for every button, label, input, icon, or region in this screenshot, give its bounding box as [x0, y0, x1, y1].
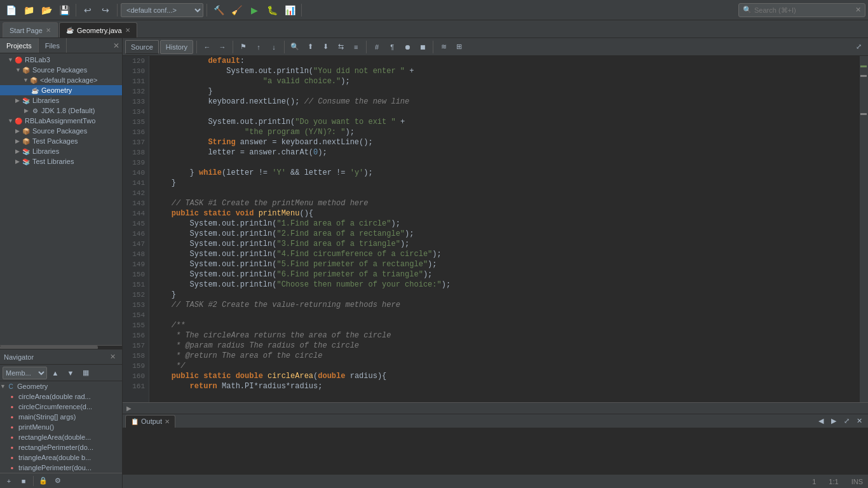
nav-member-label-2: circleCircumference(d... — [18, 403, 92, 410]
et-sep3 — [284, 41, 285, 53]
et-sep1 — [196, 41, 197, 53]
panel-close-btn[interactable]: ✕ — [111, 38, 122, 53]
toggle-linenums-btn[interactable]: # — [370, 41, 384, 53]
source-tab-btn[interactable]: Source — [125, 40, 159, 54]
lbt-settings-btn[interactable]: ⚙ — [51, 475, 64, 487]
nav-class-geometry[interactable]: ▼ C Geometry — [0, 381, 122, 391]
search-clear-icon[interactable]: ✕ — [855, 6, 861, 14]
output-nav-prev[interactable]: ◀ — [815, 416, 827, 427]
tree-item-src-pkgs-2[interactable]: ▶ Source Packages — [0, 126, 122, 136]
nav-member-triarea[interactable]: triangleArea(double b... — [0, 452, 122, 463]
lbt-lock-btn[interactable]: 🔒 — [37, 475, 50, 487]
tree-item-rbb3[interactable]: ▼ 🔴 RBLab3 — [0, 55, 122, 65]
code-content[interactable]: default: System.out.println("You did not… — [149, 56, 859, 402]
src-pkg-icon-1 — [22, 65, 31, 74]
geometry-java-icon: ☕ — [31, 86, 39, 95]
open-project-btn[interactable]: 📁 — [20, 3, 37, 18]
nav-member-main[interactable]: main(String[] args) — [0, 412, 122, 422]
build-btn[interactable]: 🔨 — [210, 3, 227, 18]
debug-btn[interactable]: 🐛 — [264, 3, 280, 18]
find-prev-btn[interactable]: ⬆ — [303, 41, 317, 53]
nav-method-icon-2 — [8, 402, 17, 411]
toggle-whitespace-btn[interactable]: ¶ — [385, 41, 399, 53]
tree-item-rbb-assign[interactable]: ▼ 🔴 RBLabAssignmentTwo — [0, 116, 122, 126]
output-tab-close[interactable]: ✕ — [165, 418, 170, 425]
navigator-title: Navigator — [4, 353, 34, 361]
tab-geometry-java[interactable]: ☕ Geometry.java ✕ — [59, 22, 137, 37]
nav-up-btn[interactable]: ▲ — [48, 367, 62, 379]
output-close[interactable]: ✕ — [853, 416, 865, 427]
profile-btn[interactable]: 📊 — [281, 3, 298, 18]
tree-item-libs-2[interactable]: ▶ Libraries — [0, 146, 122, 156]
code-line-141: } — [153, 178, 859, 188]
toggle-search-btn[interactable]: ≡ — [349, 41, 363, 53]
output-tab-label: Output — [141, 417, 162, 425]
nav-member-circlearea[interactable]: circleArea(double rad... — [0, 391, 122, 402]
next-bookmark-btn[interactable]: ↓ — [267, 41, 281, 53]
tree-item-test-pkgs[interactable]: ▶ Test Packages — [0, 136, 122, 146]
prev-bookmark-btn[interactable]: ↑ — [252, 41, 266, 53]
search-box[interactable]: 🔍 ✕ — [738, 3, 865, 17]
tab-close-start[interactable]: ✕ — [46, 27, 51, 34]
tree-item-geometry[interactable]: ☕ Geometry — [0, 85, 122, 95]
output-nav-next[interactable]: ▶ — [827, 416, 840, 427]
tree-item-default-pkg[interactable]: ▼ 📦 <default package> — [0, 75, 122, 85]
record-macro-btn[interactable]: ⏺ — [400, 41, 414, 53]
search-input[interactable] — [754, 6, 855, 14]
navigator-filter-select[interactable]: Memb... — [3, 367, 47, 379]
tab-projects[interactable]: Projects — [0, 38, 39, 53]
replace-btn[interactable]: ⇆ — [334, 41, 348, 53]
history-tab-btn[interactable]: History — [160, 40, 193, 54]
stop-macro-btn[interactable]: ⏹ — [416, 41, 430, 53]
test-libs-icon — [22, 157, 31, 166]
redo-btn[interactable]: ↪ — [97, 3, 114, 18]
lbt-add-btn[interactable]: + — [3, 475, 15, 487]
forward-btn[interactable]: → — [215, 41, 229, 53]
et-sep5 — [433, 41, 433, 53]
code-line-134 — [153, 107, 859, 117]
test-pkg-icon — [22, 137, 31, 146]
tab-label: Start Page — [10, 27, 43, 34]
config-dropdown[interactable]: <default conf...> — [121, 3, 203, 17]
undo-btn[interactable]: ↩ — [79, 3, 96, 18]
find-btn[interactable]: 🔍 — [288, 41, 302, 53]
nav-member-rectperim[interactable]: rectanglePerimeter(do... — [0, 442, 122, 452]
nav-member-printmenu[interactable]: printMenu() — [0, 422, 122, 432]
tab-start-page[interactable]: Start Page ✕ — [3, 22, 58, 37]
nav-grid-btn[interactable]: ▦ — [79, 367, 93, 379]
navigator-close-btn[interactable]: ✕ — [107, 353, 118, 361]
code-expand-bar[interactable]: ▶ — [123, 402, 868, 414]
code-line-139 — [153, 158, 859, 168]
code-line-154 — [153, 310, 859, 320]
run-btn[interactable]: ▶ — [246, 3, 262, 18]
tree-item-libs-1[interactable]: ▶ Libraries — [0, 95, 122, 105]
tree-item-test-libs[interactable]: ▶ Test Libraries — [0, 156, 122, 166]
tree-item-src-pkgs-1[interactable]: ▼ Source Packages — [0, 65, 122, 75]
tree-item-jdk[interactable]: ▶ JDK 1.8 (Default) — [0, 105, 122, 116]
nav-member-label-5: rectangleArea(double... — [18, 433, 91, 441]
maximize-editor-btn[interactable]: ⤢ — [851, 41, 865, 53]
nav-member-rectarea[interactable]: rectangleArea(double... — [0, 432, 122, 442]
clean-build-btn[interactable]: 🧹 — [228, 3, 245, 18]
lbt-stop-btn[interactable]: ■ — [17, 475, 30, 487]
open-file-btn[interactable]: 📂 — [38, 3, 55, 18]
code-line-159: */ — [153, 361, 859, 371]
find-next-btn[interactable]: ⬇ — [318, 41, 332, 53]
back-btn[interactable]: ← — [200, 41, 214, 53]
code-line-138: letter = answer.charAt(0); — [153, 147, 859, 158]
libs-icon-1 — [22, 96, 31, 105]
output-maximize[interactable]: ⤢ — [840, 416, 853, 427]
nav-member-triperim[interactable]: trianglePerimeter(dou... — [0, 463, 122, 473]
tab-files[interactable]: Files — [39, 38, 67, 53]
toggle-bookmark-btn[interactable]: ⚑ — [236, 41, 250, 53]
tasks-btn[interactable]: ≋ — [437, 41, 451, 53]
nav-member-circlecirc[interactable]: circleCircumference(d... — [0, 402, 122, 412]
new-file-btn[interactable]: 📄 — [3, 3, 19, 18]
tab-close-geometry[interactable]: ✕ — [125, 27, 130, 34]
code-line-150: System.out.println("6.Find perimeter of … — [153, 269, 859, 280]
output-tab[interactable]: 📋 Output ✕ — [125, 415, 175, 428]
save-btn[interactable]: 💾 — [56, 3, 72, 18]
nav-method-icon-3 — [8, 412, 17, 421]
diff-btn[interactable]: ⊞ — [452, 41, 466, 53]
nav-down-btn[interactable]: ▼ — [64, 367, 78, 379]
